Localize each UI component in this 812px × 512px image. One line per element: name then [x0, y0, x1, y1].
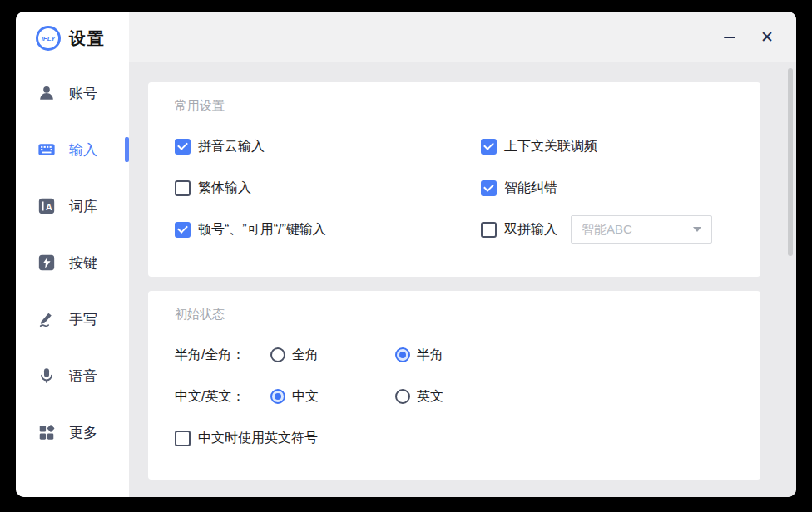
checkbox-shuangpin-input[interactable]: 双拼输入 [481, 221, 557, 239]
checkbox-label: 拼音云输入 [198, 138, 265, 155]
lexicon-icon: A [37, 197, 56, 215]
chinese-english-row: 中文/英文： 中文 英文 [175, 376, 734, 417]
checkbox-pinyin-cloud-input[interactable]: 拼音云输入 [175, 126, 481, 167]
radio-label: 半角 [417, 347, 443, 364]
checkbox-label: 顿号“、”可用“/”键输入 [198, 221, 326, 239]
common-settings-grid: 拼音云输入 上下文关联调频 繁体输入 智能纠错 [175, 126, 734, 250]
sidebar-item-handwriting[interactable]: 手写 [16, 291, 129, 347]
row-label: 中文/英文： [175, 388, 270, 406]
sidebar-item-label: 按键 [69, 254, 97, 273]
checkbox-english-symbols-in-chinese[interactable]: 中文时使用英文符号 [175, 417, 734, 459]
radio-button[interactable] [270, 389, 285, 404]
minimize-icon [724, 37, 735, 38]
radio-halfwidth[interactable]: 半角 [395, 347, 520, 364]
checkbox-box[interactable] [175, 139, 191, 155]
more-icon [37, 423, 56, 441]
sidebar-item-more[interactable]: 更多 [16, 404, 129, 460]
checkbox-label: 上下文关联调频 [504, 138, 597, 155]
checkbox-label: 中文时使用英文符号 [198, 430, 318, 447]
checkbox-box[interactable] [175, 222, 191, 238]
sidebar-item-voice[interactable]: 语音 [16, 347, 129, 404]
user-icon [37, 84, 56, 102]
initial-state-rows: 半角/全角： 全角 半角 中文/英文： [175, 334, 734, 459]
chevron-down-icon [693, 227, 701, 232]
checkbox-label: 繁体输入 [198, 180, 251, 197]
sidebar-item-label: 词库 [69, 197, 97, 216]
select-value: 智能ABC [582, 222, 632, 238]
sidebar-item-account[interactable]: 账号 [16, 65, 129, 121]
row-label: 半角/全角： [175, 347, 270, 364]
radio-button[interactable] [270, 347, 285, 362]
initial-state-card: 初始状态 半角/全角： 全角 半角 中文/英 [148, 291, 760, 480]
half-full-width-row: 半角/全角： 全角 半角 [175, 334, 734, 376]
keyboard-icon [37, 140, 56, 159]
settings-window: iFLY 设置 账号 [16, 12, 796, 497]
radio-fullwidth[interactable]: 全角 [270, 347, 395, 364]
checkbox-label: 智能纠错 [504, 180, 557, 197]
scrollbar-thumb[interactable] [788, 68, 793, 256]
checkbox-context-frequency[interactable]: 上下文关联调频 [481, 126, 734, 167]
titlebar: ✕ [129, 12, 796, 62]
main-area: ✕ 常用设置 拼音云输入 上下文关联调频 [129, 12, 796, 497]
radio-label: 英文 [417, 388, 443, 406]
shuangpin-scheme-select[interactable]: 智能ABC [571, 215, 712, 244]
handwriting-icon [37, 310, 56, 328]
radio-chinese[interactable]: 中文 [270, 388, 395, 406]
section-title-initial-state: 初始状态 [175, 291, 734, 322]
sidebar-item-label: 账号 [69, 84, 97, 103]
ifly-logo-icon: iFLY [36, 26, 61, 51]
sidebar-item-lexicon[interactable]: A 词库 [16, 178, 129, 234]
sidebar: iFLY 设置 账号 [16, 12, 129, 497]
sidebar-item-keys[interactable]: 按键 [16, 234, 129, 291]
sidebar-item-input[interactable]: 输入 [16, 121, 129, 178]
checkbox-smart-correction[interactable]: 智能纠错 [481, 167, 734, 209]
checkbox-box[interactable] [175, 431, 191, 446]
section-title-common: 常用设置 [175, 82, 734, 114]
close-button[interactable]: ✕ [752, 12, 782, 62]
checkbox-box[interactable] [481, 222, 497, 238]
svg-text:A: A [46, 202, 52, 212]
window-title: 设置 [69, 27, 106, 50]
radio-label: 中文 [292, 388, 319, 406]
common-settings-card: 常用设置 拼音云输入 上下文关联调频 繁体输入 [148, 82, 760, 277]
close-icon: ✕ [760, 27, 774, 47]
sidebar-nav: 账号 输入 [16, 65, 129, 460]
shuangpin-row: 双拼输入 智能ABC [481, 209, 734, 250]
checkbox-traditional-input[interactable]: 繁体输入 [175, 167, 481, 209]
checkbox-box[interactable] [481, 139, 497, 155]
radio-label: 全角 [292, 347, 319, 364]
checkbox-dunhao-slash-key[interactable]: 顿号“、”可用“/”键输入 [175, 209, 481, 250]
mic-icon [37, 367, 56, 385]
sidebar-item-label: 语音 [69, 367, 97, 386]
checkbox-label: 双拼输入 [504, 221, 557, 239]
settings-content: 常用设置 拼音云输入 上下文关联调频 繁体输入 [148, 82, 760, 480]
sidebar-item-label: 手写 [69, 310, 97, 329]
minimize-button[interactable] [715, 12, 745, 62]
checkbox-box[interactable] [481, 180, 497, 196]
radio-button[interactable] [395, 347, 410, 362]
radio-english[interactable]: 英文 [395, 388, 520, 406]
keypress-icon [37, 254, 56, 272]
sidebar-item-label: 更多 [69, 423, 97, 442]
checkbox-box[interactable] [175, 180, 191, 196]
radio-button[interactable] [395, 389, 410, 404]
sidebar-item-label: 输入 [69, 140, 97, 160]
app-brand: iFLY 设置 [16, 12, 129, 65]
